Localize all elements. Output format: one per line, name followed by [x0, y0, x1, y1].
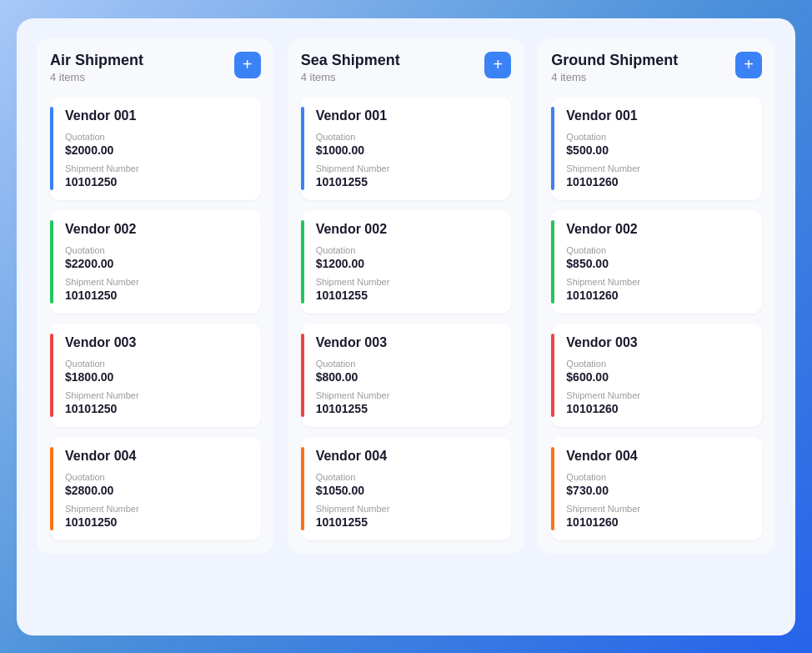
card-quotation-value-ground-2: $600.00	[566, 370, 750, 384]
card-quotation-value-sea-1: $1200.00	[316, 257, 500, 270]
column-title-air: Air Shipment	[50, 52, 143, 69]
column-title-block-air: Air Shipment4 items	[50, 52, 143, 83]
card-accent-ground-0	[551, 107, 554, 190]
card-air-2[interactable]: Vendor 003Quotation$1800.00Shipment Numb…	[50, 324, 261, 427]
column-header-air: Air Shipment4 items+	[50, 52, 261, 83]
column-header-ground: Ground Shipment4 items+	[551, 52, 762, 83]
card-shipment-number-sea-1: 10101255	[316, 289, 500, 302]
card-accent-sea-1	[301, 220, 304, 304]
card-vendor-name-air-3: Vendor 004	[65, 449, 249, 464]
card-shipment-number-ground-0: 10101260	[566, 175, 750, 188]
card-shipment-label-air-2: Shipment Number	[65, 390, 249, 400]
column-subtitle-ground: 4 items	[551, 71, 678, 83]
card-air-1[interactable]: Vendor 002Quotation$2200.00Shipment Numb…	[50, 210, 261, 314]
card-quotation-label-sea-2: Quotation	[316, 359, 500, 369]
card-vendor-name-ground-3: Vendor 004	[566, 449, 750, 464]
card-sea-0[interactable]: Vendor 001Quotation$1000.00Shipment Numb…	[301, 97, 512, 200]
card-quotation-label-ground-2: Quotation	[566, 359, 750, 369]
card-shipment-number-sea-0: 10101255	[316, 175, 500, 188]
card-shipment-number-ground-1: 10101260	[566, 289, 750, 302]
card-quotation-value-sea-2: $800.00	[316, 370, 500, 384]
card-quotation-value-ground-1: $850.00	[566, 257, 750, 270]
card-quotation-label-air-3: Quotation	[65, 472, 249, 482]
card-quotation-value-air-2: $1800.00	[65, 370, 249, 384]
card-sea-3[interactable]: Vendor 004Quotation$1050.00Shipment Numb…	[301, 437, 512, 540]
card-quotation-value-ground-3: $730.00	[566, 484, 750, 497]
card-quotation-label-ground-1: Quotation	[566, 245, 750, 255]
card-shipment-label-sea-1: Shipment Number	[316, 277, 500, 287]
card-quotation-label-ground-0: Quotation	[566, 132, 750, 142]
card-vendor-name-sea-1: Vendor 002	[316, 222, 500, 237]
add-button-ground[interactable]: +	[735, 52, 762, 78]
card-shipment-label-ground-3: Shipment Number	[566, 504, 750, 514]
card-accent-ground-1	[551, 220, 554, 304]
add-button-air[interactable]: +	[234, 52, 261, 78]
card-shipment-label-ground-0: Shipment Number	[566, 163, 750, 173]
card-vendor-name-ground-2: Vendor 003	[566, 335, 750, 350]
card-accent-ground-3	[551, 447, 554, 530]
card-shipment-number-air-1: 10101250	[65, 289, 249, 302]
card-accent-sea-3	[301, 447, 304, 530]
card-quotation-value-air-0: $2000.00	[65, 143, 249, 157]
card-accent-air-0	[50, 107, 53, 190]
card-vendor-name-ground-1: Vendor 002	[566, 222, 750, 237]
card-ground-2[interactable]: Vendor 003Quotation$600.00Shipment Numbe…	[551, 324, 762, 427]
card-quotation-value-air-1: $2200.00	[65, 257, 249, 270]
card-vendor-name-air-1: Vendor 002	[65, 222, 249, 237]
card-quotation-value-sea-0: $1000.00	[316, 143, 500, 157]
card-accent-air-2	[50, 334, 53, 417]
card-vendor-name-air-2: Vendor 003	[65, 335, 249, 350]
card-shipment-label-air-1: Shipment Number	[65, 277, 249, 287]
column-title-block-sea: Sea Shipment4 items	[301, 52, 400, 83]
card-shipment-label-ground-1: Shipment Number	[566, 277, 750, 287]
card-shipment-label-sea-3: Shipment Number	[316, 504, 500, 514]
card-shipment-number-air-2: 10101250	[65, 402, 249, 415]
card-vendor-name-sea-2: Vendor 003	[316, 335, 500, 350]
card-sea-1[interactable]: Vendor 002Quotation$1200.00Shipment Numb…	[301, 210, 512, 314]
card-accent-sea-2	[301, 334, 304, 417]
card-vendor-name-air-0: Vendor 001	[65, 108, 249, 123]
card-air-3[interactable]: Vendor 004Quotation$2800.00Shipment Numb…	[50, 437, 261, 540]
column-title-sea: Sea Shipment	[301, 52, 400, 69]
column-sea: Sea Shipment4 items+Vendor 001Quotation$…	[288, 38, 525, 554]
card-vendor-name-sea-0: Vendor 001	[316, 108, 500, 123]
card-shipment-number-ground-3: 10101260	[566, 515, 750, 529]
card-quotation-label-sea-3: Quotation	[316, 472, 500, 482]
add-button-sea[interactable]: +	[484, 52, 511, 78]
column-title-ground: Ground Shipment	[551, 52, 678, 69]
card-quotation-value-air-3: $2800.00	[65, 484, 249, 497]
card-accent-ground-2	[551, 334, 554, 417]
card-quotation-label-ground-3: Quotation	[566, 472, 750, 482]
column-air: Air Shipment4 items+Vendor 001Quotation$…	[37, 38, 274, 554]
card-quotation-value-sea-3: $1050.00	[316, 484, 500, 497]
columns-wrapper: Air Shipment4 items+Vendor 001Quotation$…	[37, 38, 775, 554]
card-shipment-number-ground-2: 10101260	[566, 402, 750, 415]
card-quotation-label-air-2: Quotation	[65, 359, 249, 369]
card-shipment-label-sea-0: Shipment Number	[316, 163, 500, 173]
card-quotation-value-ground-0: $500.00	[566, 143, 750, 157]
card-shipment-number-sea-2: 10101255	[316, 402, 500, 415]
card-accent-sea-0	[301, 107, 304, 190]
card-accent-air-3	[50, 447, 53, 530]
main-container: Air Shipment4 items+Vendor 001Quotation$…	[17, 18, 795, 635]
card-vendor-name-ground-0: Vendor 001	[566, 108, 750, 123]
card-quotation-label-sea-1: Quotation	[316, 245, 500, 255]
card-air-0[interactable]: Vendor 001Quotation$2000.00Shipment Numb…	[50, 97, 261, 200]
column-subtitle-sea: 4 items	[301, 71, 400, 83]
card-accent-air-1	[50, 220, 53, 304]
column-title-block-ground: Ground Shipment4 items	[551, 52, 678, 83]
card-shipment-number-sea-3: 10101255	[316, 515, 500, 529]
card-ground-3[interactable]: Vendor 004Quotation$730.00Shipment Numbe…	[551, 437, 762, 540]
card-shipment-label-sea-2: Shipment Number	[316, 390, 500, 400]
column-ground: Ground Shipment4 items+Vendor 001Quotati…	[538, 38, 775, 554]
card-quotation-label-sea-0: Quotation	[316, 132, 500, 142]
card-ground-0[interactable]: Vendor 001Quotation$500.00Shipment Numbe…	[551, 97, 762, 200]
card-shipment-label-air-3: Shipment Number	[65, 504, 249, 514]
column-header-sea: Sea Shipment4 items+	[301, 52, 512, 83]
card-ground-1[interactable]: Vendor 002Quotation$850.00Shipment Numbe…	[551, 210, 762, 314]
card-shipment-number-air-3: 10101250	[65, 515, 249, 529]
card-shipment-label-ground-2: Shipment Number	[566, 390, 750, 400]
card-vendor-name-sea-3: Vendor 004	[316, 449, 500, 464]
card-sea-2[interactable]: Vendor 003Quotation$800.00Shipment Numbe…	[301, 324, 512, 427]
card-shipment-number-air-0: 10101250	[65, 175, 249, 188]
